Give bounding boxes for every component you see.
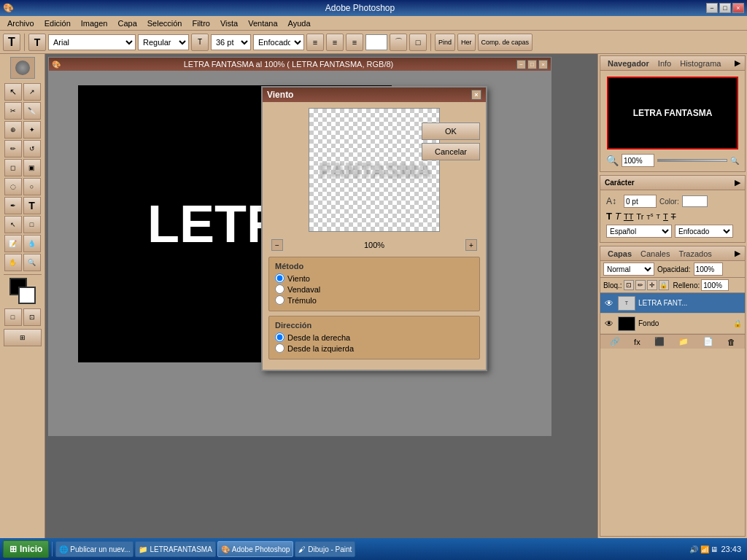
- add-style-btn[interactable]: fx: [634, 338, 640, 346]
- selection-tool[interactable]: ↖: [4, 83, 22, 101]
- fg-bg-color-selector[interactable]: [9, 278, 36, 304]
- hand-tool[interactable]: ✋: [4, 254, 22, 271]
- history-brush[interactable]: ↺: [23, 140, 41, 158]
- menu-filtro[interactable]: Filtro: [187, 18, 214, 29]
- superscript-btn[interactable]: Ts: [646, 211, 653, 221]
- shape-tool[interactable]: □: [23, 216, 41, 233]
- method-viento[interactable]: Viento: [275, 273, 473, 283]
- eyedropper-tool[interactable]: 💧: [23, 235, 41, 252]
- layer-item-fondo[interactable]: 👁 Fondo 🔒: [600, 314, 745, 334]
- strikethrough-btn[interactable]: T: [671, 212, 676, 221]
- layer-item-letra[interactable]: 👁 T LETRA FANT...: [600, 293, 745, 314]
- fill-input[interactable]: [701, 279, 729, 291]
- brush-tool[interactable]: ✏: [4, 140, 22, 158]
- underline-btn[interactable]: T: [663, 212, 668, 221]
- tab-channels[interactable]: Canales: [638, 248, 673, 260]
- direction-left-radio[interactable]: [275, 343, 285, 353]
- menu-vista[interactable]: Vista: [216, 18, 242, 29]
- notes-tool[interactable]: 📝: [4, 235, 22, 252]
- menu-ayuda[interactable]: Ayuda: [284, 18, 315, 29]
- ok-button[interactable]: OK: [422, 122, 480, 140]
- method-tremulo[interactable]: Trémulo: [275, 295, 473, 305]
- pen-tool[interactable]: ✒: [4, 197, 22, 214]
- direct-select-tool[interactable]: ↗: [23, 83, 41, 101]
- method-vendaval[interactable]: Vendaval: [275, 284, 473, 294]
- delete-layer-btn[interactable]: 🗑: [727, 338, 735, 346]
- taskbar-item-publicar[interactable]: 🌐 Publicar un nuev...: [55, 541, 133, 557]
- healing-tool[interactable]: ⊕: [4, 121, 22, 139]
- bold-btn[interactable]: T: [606, 211, 612, 222]
- zoom-input[interactable]: [622, 154, 654, 167]
- standard-mode[interactable]: □: [4, 308, 22, 326]
- font-style-select[interactable]: Regular: [138, 34, 189, 50]
- slice-tool[interactable]: 🔪: [23, 102, 41, 120]
- fill-tool[interactable]: ▣: [23, 159, 41, 176]
- doc-close[interactable]: ×: [538, 60, 548, 69]
- panel-menu-btn[interactable]: ▶: [735, 58, 740, 68]
- palettes-btn2[interactable]: Her: [457, 34, 476, 51]
- zoom-slider[interactable]: [657, 159, 727, 162]
- type-tool[interactable]: T: [23, 197, 41, 214]
- menu-archivo[interactable]: Archivo: [3, 18, 39, 29]
- quick-mask[interactable]: ⊡: [23, 308, 41, 326]
- italic-btn[interactable]: T: [615, 211, 621, 222]
- antialiasing-select[interactable]: Enfocado: [253, 34, 304, 50]
- menu-ventana[interactable]: Ventana: [244, 18, 282, 29]
- align-left-btn[interactable]: ≡: [306, 34, 324, 51]
- text-color-swatch[interactable]: [365, 34, 387, 50]
- taskbar-item-photoshop[interactable]: 🎨 Adobe Photoshop: [217, 541, 294, 557]
- lang-select[interactable]: Español: [606, 225, 672, 238]
- taskbar-item-paint[interactable]: 🖌 Dibujo - Paint: [295, 541, 355, 557]
- zoom-in-preview-btn[interactable]: +: [465, 239, 477, 251]
- align-right-btn[interactable]: ≡: [346, 34, 363, 51]
- lock-transparent-btn[interactable]: ⊡: [624, 280, 634, 290]
- layer-eye-fondo[interactable]: 👁: [603, 318, 615, 330]
- doc-maximize[interactable]: □: [527, 60, 537, 69]
- text-color-picker[interactable]: [682, 195, 708, 207]
- eraser-tool[interactable]: ◻: [4, 159, 22, 176]
- cancel-button[interactable]: Cancelar: [422, 143, 480, 160]
- layer-eye-letra[interactable]: 👁: [603, 298, 615, 309]
- palettes-btn3[interactable]: Comp. de capas: [478, 34, 533, 51]
- zoom-in-icon[interactable]: 🔍: [730, 157, 739, 165]
- crop-tool[interactable]: ✂: [4, 102, 22, 120]
- tracking-input[interactable]: [624, 195, 657, 208]
- menu-imagen[interactable]: Imagen: [77, 18, 112, 29]
- viento-dialog[interactable]: Viento × FANTASMA − 100% + Método: [261, 86, 487, 371]
- font-family-select[interactable]: Arial: [48, 34, 136, 50]
- tab-histogram[interactable]: Histograma: [677, 58, 724, 69]
- blur-tool[interactable]: ◌: [4, 178, 22, 195]
- warp-text-btn[interactable]: ⌒: [390, 34, 407, 51]
- stamp-tool[interactable]: ✦: [23, 121, 41, 139]
- aa-select[interactable]: Enfocado: [675, 225, 733, 238]
- menu-capa[interactable]: Capa: [113, 18, 141, 29]
- tab-navigator[interactable]: Navegador: [605, 58, 652, 69]
- method-vendaval-radio[interactable]: [275, 284, 285, 294]
- lock-move-btn[interactable]: ✛: [647, 280, 657, 290]
- align-center-btn[interactable]: ≡: [326, 34, 344, 51]
- minimize-button[interactable]: −: [706, 3, 718, 13]
- new-group-btn[interactable]: 📁: [678, 337, 689, 346]
- type-mode-btn[interactable]: T: [28, 34, 46, 51]
- method-viento-radio[interactable]: [275, 273, 285, 283]
- path-select-tool[interactable]: ↖: [4, 216, 22, 233]
- taskbar-item-letrafantasma[interactable]: 📁 LETRAFANTASMA: [135, 541, 215, 557]
- menu-edicion[interactable]: Edición: [40, 18, 75, 29]
- lock-all-btn[interactable]: 🔒: [659, 280, 669, 290]
- tab-layers[interactable]: Capas: [605, 248, 635, 260]
- dialog-close-btn[interactable]: ×: [471, 90, 481, 100]
- options-btn[interactable]: □: [409, 34, 427, 51]
- method-tremulo-radio[interactable]: [275, 295, 285, 305]
- link-layers-btn[interactable]: 🔗: [610, 337, 620, 346]
- char-menu-btn[interactable]: ▶: [735, 178, 740, 187]
- opacity-input[interactable]: [694, 262, 723, 276]
- allcaps-btn[interactable]: TT: [624, 212, 633, 221]
- subscript-btn[interactable]: T: [657, 213, 661, 220]
- direction-left[interactable]: Desde la izquierda: [275, 343, 473, 353]
- type-tool-btn[interactable]: T: [3, 34, 20, 51]
- zoom-tool[interactable]: 🔍: [23, 254, 41, 271]
- zoom-out-preview-btn[interactable]: −: [271, 239, 283, 251]
- layers-menu-btn[interactable]: ▶: [735, 249, 740, 258]
- direction-right[interactable]: Desde la derecha: [275, 332, 473, 342]
- direction-right-radio[interactable]: [275, 332, 285, 342]
